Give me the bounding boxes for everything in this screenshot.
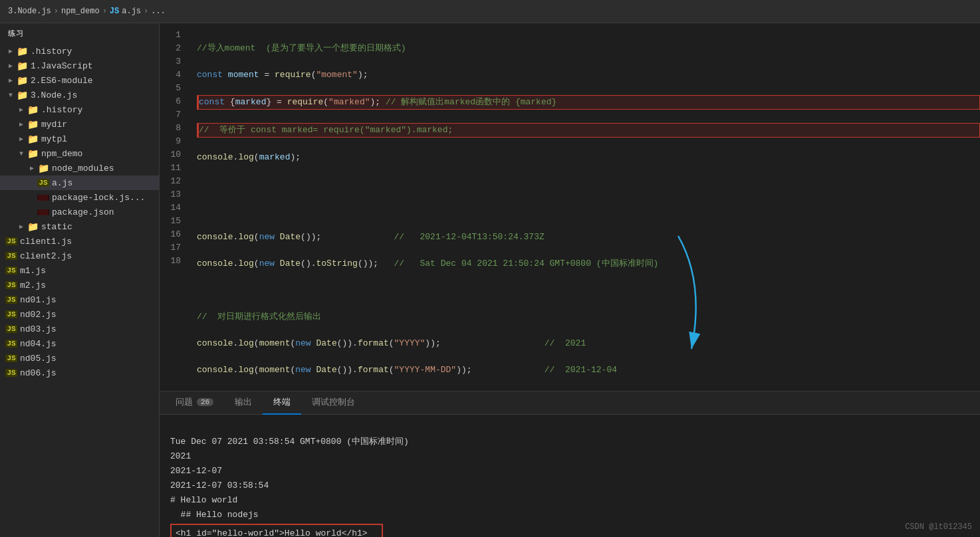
sidebar-item-nd01js[interactable]: JS nd01.js [0,292,159,307]
folder-icon: 📁 [27,133,39,145]
terminal-panel: 问题 26 输出 终端 调试控制台 Tue Dec 07 2021 03:58:… [160,391,980,537]
js-file-icon: JS [5,338,17,350]
js-file-icon: JS [5,265,17,276]
folder-icon: 📁 [27,221,39,233]
arrow-icon: ▶ [5,47,16,55]
sidebar-item-javascript[interactable]: ▶ 📁 1.JavaScript [0,58,159,73]
arrow-icon: ▶ [5,76,16,84]
code-editor[interactable]: 12345 678910 1112131415 161718 //导入momen… [160,23,980,391]
sidebar-item-history-top[interactable]: ▶ 📁 .history [0,44,159,58]
js-file-icon: JS [37,177,49,189]
sidebar-item-mydir[interactable]: ▶ 📁 mydir [0,117,159,132]
tab-debug-console[interactable]: 调试控制台 [301,391,366,415]
terminal-content[interactable]: Tue Dec 07 2021 03:58:54 GMT+0800 (中国标准时… [160,415,980,537]
terminal-html-output: <h1 id="hello-world">Hello world</h1> <h… [170,524,383,537]
arrow-icon: ▶ [16,135,27,143]
terminal-line-1: Tue Dec 07 2021 03:58:54 GMT+0800 (中国标准时… [170,437,409,520]
sidebar-item-m2js[interactable]: JS m2.js [0,278,159,292]
arrow-icon: ▼ [16,150,27,158]
folder-icon: 📁 [27,118,39,130]
arrow-icon: ▶ [27,164,37,172]
arrow-icon: ▶ [16,223,27,231]
arrow-icon: ▶ [5,62,16,70]
arrow-icon: ▶ [16,106,27,114]
sidebar-item-npm-demo[interactable]: ▼ 📁 npm_demo [0,146,159,161]
js-file-icon: JS [5,352,17,364]
folder-icon: 📁 [37,162,49,174]
arrow-icon: ▼ [5,92,16,99]
folder-icon: 📁 [16,89,28,101]
watermark: CSDN @lt012345 [905,522,972,532]
arrow-icon: ▶ [16,120,27,128]
sidebar-item-package-json[interactable]: ░░░ package.json [0,205,159,219]
terminal-tabs: 问题 26 输出 终端 调试控制台 [160,391,980,415]
folder-icon: 📁 [27,104,39,116]
line-numbers: 12345 678910 1112131415 161718 [160,23,191,391]
folder-icon: 📁 [16,45,28,57]
top-bar: 3.Node.js › npm_demo › JS a.js › ... [0,0,980,23]
js-file-icon: JS [5,294,17,306]
sidebar-item-nodejs[interactable]: ▼ 📁 3.Node.js [0,88,159,102]
js-file-icon: JS [5,235,17,247]
sidebar-item-node-modules[interactable]: ▶ 📁 node_modules [0,161,159,175]
js-file-icon: JS [5,250,17,262]
sidebar-item-es6module[interactable]: ▶ 📁 2.ES6-module [0,73,159,88]
sidebar-item-nd04js[interactable]: JS nd04.js [0,336,159,351]
breadcrumb: 3.Node.js › npm_demo › JS a.js › ... [8,7,166,16]
sidebar-item-client1js[interactable]: JS client1.js [0,234,159,249]
json-file-icon: ░░░ [37,206,49,218]
sidebar-item-nd02js[interactable]: JS nd02.js [0,307,159,322]
sidebar-item-static[interactable]: ▶ 📁 static [0,219,159,234]
folder-icon: 📁 [16,74,28,86]
js-file-icon: JS [5,323,17,335]
sidebar-item-m1js[interactable]: JS m1.js [0,263,159,278]
folder-icon: 📁 [27,148,39,160]
code-content: //导入moment (是为了要导入一个想要的日期格式) const momen… [191,23,980,391]
tab-problems[interactable]: 问题 26 [165,391,224,415]
sidebar-item-mytpl[interactable]: ▶ 📁 mytpl [0,132,159,146]
sidebar-title: 练习 [0,23,159,44]
sidebar-item-nd06js[interactable]: JS nd06.js [0,366,159,380]
sidebar-item-ajs[interactable]: JS a.js [0,175,159,190]
js-file-icon: JS [5,308,17,320]
sidebar-item-nd05js[interactable]: JS nd05.js [0,351,159,366]
sidebar-item-client2js[interactable]: JS client2.js [0,249,159,263]
js-file-icon: JS [5,279,17,291]
folder-icon: 📁 [16,60,28,72]
tab-terminal[interactable]: 终端 [263,391,301,415]
sidebar-item-history[interactable]: ▶ 📁 .history [0,102,159,117]
json-file-icon: ░░░ [37,191,49,203]
sidebar: 练习 ▶ 📁 .history ▶ 📁 1.JavaScript ▶ 📁 2.E… [0,23,160,537]
tab-output[interactable]: 输出 [224,391,263,415]
sidebar-item-nd03js[interactable]: JS nd03.js [0,322,159,336]
sidebar-item-package-lock[interactable]: ░░░ package-lock.js... [0,190,159,205]
js-file-icon: JS [5,367,17,379]
